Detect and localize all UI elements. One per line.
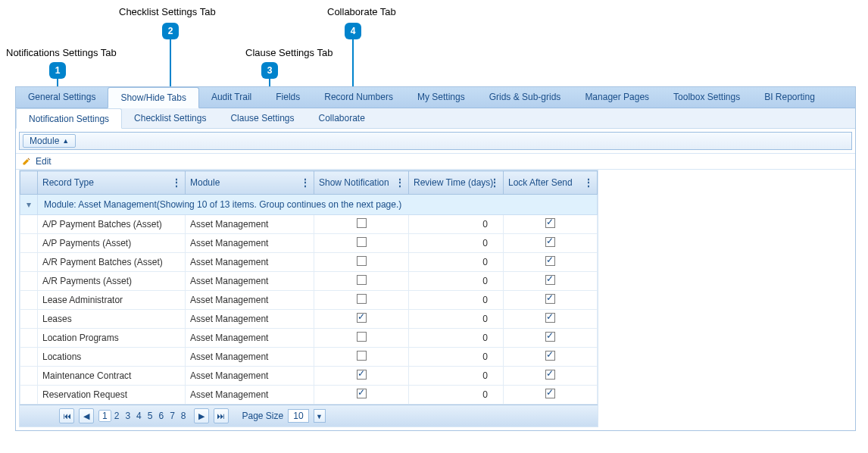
checkbox-show-notification[interactable] (357, 256, 367, 266)
cell-lock-after-send (504, 291, 598, 310)
pager-page-3[interactable]: 3 (122, 411, 133, 421)
group-panel: Module ▲ (19, 132, 852, 150)
cell-lock-after-send (504, 329, 598, 348)
cell-lock-after-send (504, 215, 598, 234)
checkbox-show-notification[interactable] (357, 389, 367, 398)
checkbox-show-notification[interactable] (357, 351, 367, 361)
cell-lock-after-send (504, 310, 598, 329)
table-row: A/R Payments (Asset)Asset Management0 (20, 272, 598, 291)
cell-lock-after-send (504, 272, 598, 291)
callout-badge-2: 2 (162, 23, 179, 39)
cell-show-notification (314, 215, 409, 234)
subtab-collaborate[interactable]: Collaborate (306, 108, 376, 128)
cell-module: Asset Management (186, 215, 314, 234)
cell-module: Asset Management (186, 329, 314, 348)
pager-last-button[interactable]: ⏭ (214, 408, 229, 423)
checkbox-show-notification[interactable] (357, 370, 367, 380)
tab-my-settings[interactable]: My Settings (405, 87, 477, 108)
subtab-notification-settings[interactable]: Notification Settings (16, 108, 122, 129)
column-menu-icon[interactable]: ⋮ (584, 177, 593, 188)
checkbox-lock-after-send[interactable] (545, 389, 555, 398)
checkbox-lock-after-send[interactable] (545, 218, 555, 228)
cell-record-type: Leases (38, 310, 186, 329)
row-indent (20, 272, 38, 291)
cell-module: Asset Management (186, 253, 314, 272)
col-label: Review Time (days) (414, 177, 493, 188)
sort-asc-icon: ▲ (62, 137, 69, 145)
table-row: Maintenance ContractAsset Management0 (20, 367, 598, 386)
checkbox-show-notification[interactable] (357, 313, 367, 323)
group-collapse-icon[interactable]: ▾ (20, 195, 38, 215)
tab-grids-sub-grids[interactable]: Grids & Sub-grids (477, 87, 573, 108)
col-show-notification[interactable]: Show Notification ⋮ (314, 171, 409, 195)
subtab-clause-settings[interactable]: Clause Settings (218, 108, 306, 128)
column-menu-icon[interactable]: ⋮ (301, 177, 310, 188)
pager-page-8[interactable]: 8 (178, 411, 189, 421)
group-header-text: Module: Asset Management(Showing 10 of 1… (38, 195, 598, 215)
primary-tabstrip: General Settings Show/Hide Tabs Audit Tr… (16, 87, 855, 108)
tab-audit-trail[interactable]: Audit Trail (199, 87, 264, 108)
row-indent (20, 215, 38, 234)
cell-module: Asset Management (186, 291, 314, 310)
callout-label-4: Collaborate Tab (327, 6, 396, 17)
cell-show-notification (314, 310, 409, 329)
pager-next-button[interactable]: ▶ (194, 408, 209, 423)
pager-first-button[interactable]: ⏮ (59, 408, 74, 423)
page-size-dropdown[interactable]: ▼ (314, 409, 326, 423)
cell-module: Asset Management (186, 386, 314, 405)
tab-fields[interactable]: Fields (264, 87, 312, 108)
row-indent (20, 234, 38, 253)
callout-badge-1: 1 (49, 62, 66, 79)
cell-show-notification (314, 234, 409, 253)
checkbox-show-notification[interactable] (357, 275, 367, 285)
group-chip-module[interactable]: Module ▲ (23, 134, 76, 148)
checkbox-show-notification[interactable] (357, 294, 367, 304)
pager-page-2[interactable]: 2 (111, 411, 123, 421)
column-menu-icon[interactable]: ⋮ (172, 177, 181, 188)
secondary-tabstrip: Notification Settings Checklist Settings… (16, 108, 855, 129)
checkbox-lock-after-send[interactable] (545, 237, 555, 247)
checkbox-show-notification[interactable] (357, 332, 367, 342)
cell-review-time: 0 (409, 329, 504, 348)
column-menu-icon[interactable]: ⋮ (395, 177, 404, 188)
checkbox-lock-after-send[interactable] (545, 294, 555, 304)
cell-module: Asset Management (186, 234, 314, 253)
checkbox-show-notification[interactable] (357, 218, 367, 228)
cell-lock-after-send (504, 348, 598, 367)
checkbox-lock-after-send[interactable] (545, 256, 555, 266)
tab-toolbox-settings[interactable]: Toolbox Settings (661, 87, 752, 108)
pager-prev-button[interactable]: ◀ (79, 408, 94, 423)
col-review-time[interactable]: Review Time (days) ⋮ (409, 171, 504, 195)
col-label: Module (190, 177, 220, 188)
pager-page-5[interactable]: 5 (145, 411, 156, 421)
cell-review-time: 0 (409, 310, 504, 329)
col-lock-after-send[interactable]: Lock After Send ⋮ (504, 171, 598, 195)
column-menu-icon[interactable]: ⋮ (490, 177, 499, 188)
checkbox-lock-after-send[interactable] (545, 275, 555, 285)
row-indent (20, 291, 38, 310)
pager-page-4[interactable]: 4 (133, 411, 145, 421)
checkbox-lock-after-send[interactable] (545, 313, 555, 323)
cell-show-notification (314, 329, 409, 348)
checkbox-lock-after-send[interactable] (545, 332, 555, 342)
tab-record-numbers[interactable]: Record Numbers (312, 87, 405, 108)
pager-page-7[interactable]: 7 (167, 411, 178, 421)
pager-page-1[interactable]: 1 (98, 410, 111, 422)
checkbox-lock-after-send[interactable] (545, 351, 555, 361)
row-indent (20, 367, 38, 386)
tab-manager-pages[interactable]: Manager Pages (573, 87, 661, 108)
checkbox-lock-after-send[interactable] (545, 370, 555, 380)
table-row: LocationsAsset Management0 (20, 348, 598, 367)
col-module[interactable]: Module ⋮ (186, 171, 314, 195)
cell-review-time: 0 (409, 291, 504, 310)
pager-page-6[interactable]: 6 (155, 411, 167, 421)
checkbox-show-notification[interactable] (357, 237, 367, 247)
subtab-checklist-settings[interactable]: Checklist Settings (122, 108, 218, 128)
tab-show-hide-tabs[interactable]: Show/Hide Tabs (108, 87, 199, 108)
col-record-type[interactable]: Record Type ⋮ (38, 171, 186, 195)
tab-general-settings[interactable]: General Settings (16, 87, 108, 108)
edit-button[interactable]: Edit (36, 156, 52, 167)
callout-badge-4: 4 (345, 23, 361, 39)
table-row: A/P Payment Batches (Asset)Asset Managem… (20, 215, 598, 234)
tab-bi-reporting[interactable]: BI Reporting (752, 87, 827, 108)
